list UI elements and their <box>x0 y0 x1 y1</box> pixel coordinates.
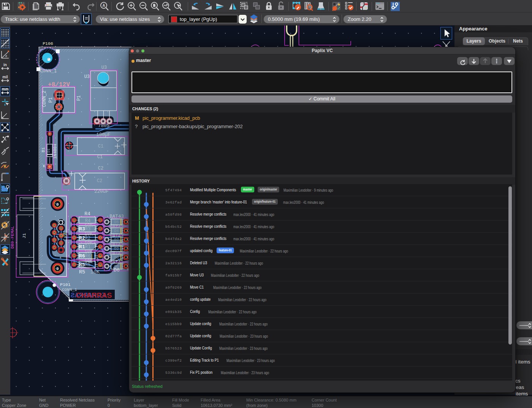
svg-text:mm: mm <box>2 87 9 91</box>
svg-text:mil: mil <box>2 75 8 79</box>
svg-text:in: in <box>3 63 7 67</box>
svg-text:θ: θ <box>5 54 7 58</box>
svg-text:A: A <box>102 3 105 8</box>
